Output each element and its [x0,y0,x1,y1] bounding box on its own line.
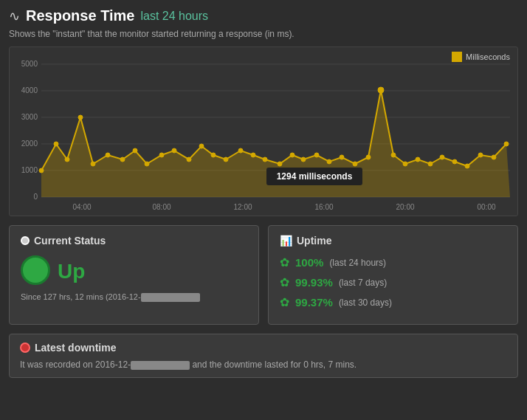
uptime-panel-title: Uptime [297,235,331,247]
downtime-description: It was recorded on 2016-12- and the down… [20,359,507,370]
svg-point-43 [416,157,420,162]
svg-text:08:00: 08:00 [152,203,170,211]
svg-point-30 [251,153,255,157]
svg-point-28 [224,157,228,162]
svg-text:1000: 1000 [21,166,38,174]
uptime-dot-1: ✿ [280,275,289,289]
downtime-panel-header: Latest downtime [20,342,507,354]
svg-point-42 [403,162,407,166]
svg-point-48 [478,153,483,157]
legend-label: Milliseconds [466,52,510,61]
downtime-red-circle [20,342,30,353]
panels-row: Current Status Up Since 127 hrs, 12 mins… [9,225,518,325]
svg-point-38 [353,162,357,166]
svg-point-50 [504,142,509,146]
status-state-text: Up [58,260,85,283]
uptime-percent-2: 99.37% [295,296,333,309]
current-status-panel: Current Status Up Since 127 hrs, 12 mins… [9,225,259,325]
svg-point-18 [91,162,95,166]
downtime-panel: Latest downtime It was recorded on 2016-… [9,334,518,378]
uptime-panel-header: 📊 Uptime [280,235,506,247]
svg-point-19 [106,153,110,157]
response-time-icon: ∿ [9,8,20,24]
svg-point-39 [366,155,371,159]
svg-text:16:00: 16:00 [314,203,333,211]
page-description: Shows the "instant" that the monitor sta… [9,29,518,39]
svg-point-37 [340,155,344,159]
svg-point-26 [199,144,204,148]
svg-point-25 [187,157,191,162]
svg-point-46 [452,159,457,164]
svg-point-31 [263,157,267,162]
svg-point-22 [145,162,149,166]
status-panel-header: Current Status [21,235,247,247]
chart-tooltip-text: 1294 milliseconds [277,171,353,182]
uptime-row-0: ✿ 100% (last 24 hours) [280,255,506,269]
svg-point-44 [428,162,433,166]
chart-svg: 5000 4000 3000 2000 1000 0 [16,53,516,216]
svg-point-49 [492,155,496,159]
svg-point-45 [440,155,444,159]
status-date-redacted [141,293,200,302]
status-since-text: Since 127 hrs, 12 mins (2016-12- [21,292,247,302]
svg-point-27 [211,153,216,157]
uptime-dot-0: ✿ [280,255,289,269]
page-title: Response Time [26,7,134,24]
svg-point-32 [278,162,282,166]
page-subtitle: last 24 hours [140,10,208,23]
svg-text:20:00: 20:00 [396,203,414,211]
svg-point-16 [65,157,69,162]
svg-point-21 [133,148,137,153]
svg-point-29 [238,148,243,153]
uptime-icon: 📊 [280,235,292,247]
chart-legend: Milliseconds [452,52,510,62]
status-panel-title: Current Status [34,235,106,247]
response-time-chart: Milliseconds 5000 4000 3000 2000 1000 0 [9,47,518,216]
status-green-circle [21,255,50,285]
uptime-label-2: (last 30 days) [339,297,392,308]
svg-point-35 [314,153,319,157]
page-header: ∿ Response Time last 24 hours [9,7,518,24]
svg-point-40 [378,87,384,93]
svg-text:5000: 5000 [21,60,38,68]
svg-point-47 [465,164,469,168]
svg-text:04:00: 04:00 [72,203,91,211]
svg-text:4000: 4000 [21,86,38,94]
uptime-row-2: ✿ 99.37% (last 30 days) [280,295,506,309]
svg-text:2000: 2000 [21,140,38,148]
uptime-percent-1: 99.93% [295,276,333,289]
svg-point-14 [39,168,44,173]
downtime-date-redacted [131,361,190,370]
status-header-icon [21,236,30,245]
uptime-row-1: ✿ 99.93% (last 7 days) [280,275,506,289]
svg-point-17 [78,115,83,120]
svg-point-15 [54,142,58,146]
svg-text:00:00: 00:00 [477,203,495,211]
svg-point-33 [290,153,294,157]
svg-text:0: 0 [33,193,38,201]
svg-text:3000: 3000 [21,113,38,121]
svg-point-41 [391,153,396,157]
legend-color-box [452,52,462,62]
svg-point-20 [120,157,125,162]
uptime-dot-2: ✿ [280,295,289,309]
svg-point-34 [301,157,306,162]
uptime-label-0: (last 24 hours) [329,258,386,268]
uptime-panel: 📊 Uptime ✿ 100% (last 24 hours) ✿ 99.93%… [268,225,518,325]
status-up-row: Up [21,255,247,288]
svg-point-23 [159,153,164,157]
uptime-label-1: (last 7 days) [339,278,387,288]
downtime-panel-title: Latest downtime [35,342,116,354]
svg-point-36 [327,159,331,164]
svg-point-24 [172,148,176,153]
svg-text:12:00: 12:00 [233,203,252,211]
uptime-percent-0: 100% [295,256,323,269]
